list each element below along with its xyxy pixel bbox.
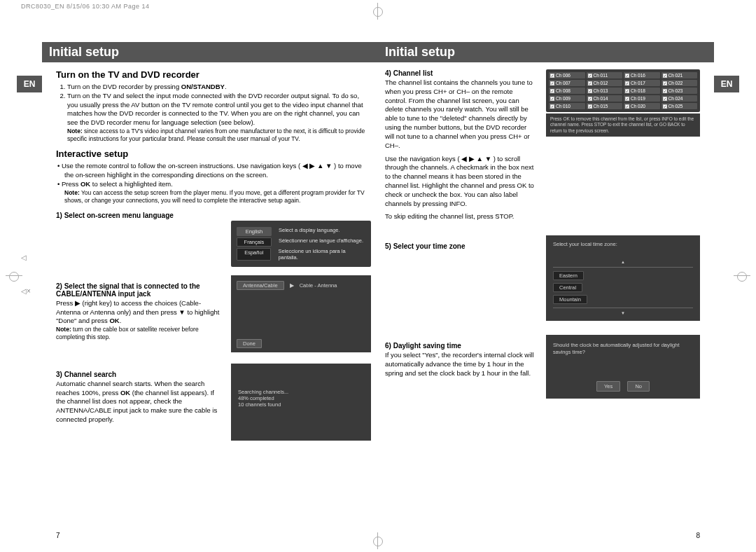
step4-heading: 4) Channel list (385, 69, 536, 77)
step5-heading: 5) Select your time zone (385, 242, 536, 250)
timezone-screenshot: Select your local time zone: ▲ Eastern C… (546, 235, 700, 321)
note-2: Note: You can access the setup screen fr… (56, 189, 371, 205)
channel-cell: ✓Ch 009 (549, 95, 585, 102)
search-screenshot: Searching channels... 48% completed 10 c… (231, 364, 371, 441)
step4-p3: To skip editing the channel list, press … (385, 212, 536, 221)
channel-cell: ✓Ch 012 (587, 80, 623, 86)
channel-cell: ✓Ch 015 (587, 103, 623, 109)
channel-cell: ✓Ch 017 (624, 80, 660, 86)
gutter-icon-1: ◁ (21, 254, 27, 261)
channel-cell: ✓Ch 022 (662, 80, 698, 86)
turn-on-step-2: Turn on the TV and select the input mode… (67, 92, 371, 127)
interactive-bullet-1: Use the remote control to follow the on-… (64, 162, 371, 180)
channel-list-hint: Press OK to remove this channel from the… (546, 113, 700, 137)
channel-cell: ✓Ch 010 (549, 103, 585, 109)
step6-heading: 6) Daylight saving time (385, 342, 536, 350)
lang-tab-right: EN (714, 76, 739, 92)
channel-cell: ✓Ch 011 (587, 72, 623, 78)
channel-cell: ✓Ch 025 (662, 103, 698, 109)
channel-cell: ✓Ch 013 (587, 88, 623, 94)
lang-tab: EN (17, 76, 42, 92)
crop-mark-right (734, 268, 750, 284)
channel-cell: ✓Ch 019 (624, 95, 660, 102)
channel-cell: ✓Ch 018 (624, 88, 660, 94)
step3-heading: 3) Channel search (56, 371, 221, 378)
note-1: Note: since access to a TV's video input… (56, 127, 371, 143)
channel-cell: ✓Ch 014 (587, 95, 623, 102)
gutter-icon-2: ◁× (21, 287, 31, 295)
step2-body: Press ▶ (right key) to access the choice… (56, 299, 221, 326)
channel-cell: ✓Ch 007 (549, 80, 585, 86)
page-left: Initial setup EN Turn on the TV and DVD … (42, 42, 378, 539)
page-title-right: Initial setup (378, 42, 714, 62)
step4-p2: Use the navigation keys ( ◀ ▶ ▲ ▼ ) to s… (385, 155, 536, 209)
page-number-left: 7 (56, 532, 60, 539)
dst-screenshot: Should the clock be automatically adjust… (546, 335, 700, 399)
page-number-right: 8 (696, 532, 700, 539)
interactive-bullet-2: Press OK to select a highlighted item. (64, 180, 371, 189)
section2-heading: Interactive setup (56, 149, 371, 159)
channel-cell: ✓Ch 023 (662, 88, 698, 94)
channel-list-screenshot: ✓Ch 006✓Ch 011✓Ch 016✓Ch 021✓Ch 007✓Ch 0… (546, 69, 700, 112)
step2-heading: 2) Select the signal that is connected t… (56, 282, 221, 298)
channel-cell: ✓Ch 006 (549, 72, 585, 78)
section1-heading: Turn on the TV and DVD recorder (56, 69, 371, 80)
step1-heading: 1) Select on-screen menu language (56, 212, 371, 219)
channel-cell: ✓Ch 008 (549, 88, 585, 94)
channel-cell: ✓Ch 021 (662, 72, 698, 78)
step3-body: Automatic channel search starts. When th… (56, 380, 221, 425)
signal-menu-screenshot: Antenna/Cable ▶ Cable - Antenna Done (231, 275, 371, 352)
turn-on-step-1: Turn on the DVD recorder by pressing ON/… (67, 83, 371, 92)
step4-p1: The channel list contains the channels y… (385, 78, 536, 151)
page-title: Initial setup (42, 42, 378, 62)
crop-mark-left (6, 268, 22, 284)
page-right: Initial setup EN 4) Channel list The cha… (378, 42, 714, 539)
crop-mark-top (370, 3, 386, 20)
channel-cell: ✓Ch 016 (624, 72, 660, 78)
step6-body: If you select "Yes", the recorder's inte… (385, 351, 536, 378)
channel-cell: ✓Ch 024 (662, 95, 698, 102)
step2-note: Note: turn on the cable box or satellite… (56, 326, 221, 341)
print-header: DRC8030_EN 8/15/06 10:30 AM Page 14 (21, 3, 150, 10)
language-menu-screenshot: EnglishSelect a display language. França… (231, 221, 371, 267)
channel-cell: ✓Ch 020 (624, 103, 660, 109)
